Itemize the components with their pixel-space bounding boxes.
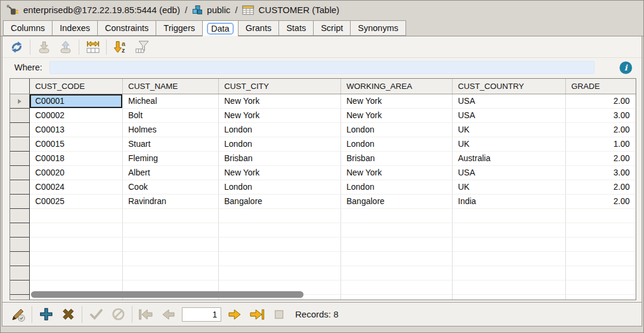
record-indicator-button[interactable] [271, 306, 287, 323]
cell-cust_city[interactable]: New York [219, 166, 341, 180]
tab-triggers[interactable]: Triggers [156, 20, 202, 36]
edit-mode-button[interactable] [10, 306, 26, 323]
row-selector[interactable] [10, 166, 30, 180]
row-selector[interactable] [10, 238, 30, 252]
row-selector[interactable] [10, 152, 30, 166]
cell-cust_code[interactable]: C00001 [30, 94, 123, 109]
cell-grade[interactable]: 1.00 [566, 137, 636, 152]
cell-grade[interactable]: 3.00 [566, 166, 636, 180]
cell-cust_country[interactable]: USA [453, 109, 566, 123]
row-selector[interactable] [10, 137, 30, 152]
filter-button[interactable] [134, 39, 150, 55]
row-selector[interactable] [10, 223, 30, 238]
row-selector[interactable] [10, 266, 30, 280]
cell-cust_code[interactable]: C00015 [30, 137, 123, 152]
horizontal-scrollbar-thumb[interactable] [31, 291, 304, 298]
cell-cust_city[interactable]: Bangalore [219, 195, 341, 209]
cell-grade[interactable]: 2.00 [566, 152, 636, 166]
record-number-input[interactable] [182, 307, 221, 322]
cell-cust_city[interactable]: New York [219, 109, 341, 123]
cell-cust_code[interactable]: C00024 [30, 180, 123, 195]
sort-button[interactable]: a z [112, 39, 128, 55]
commit-button[interactable] [88, 306, 104, 323]
cell-cust_name[interactable]: Bolt [123, 109, 219, 123]
cell-cust_city[interactable]: New York [219, 94, 341, 109]
cell-cust_name[interactable]: Holmes [123, 123, 219, 137]
cell-cust_country[interactable]: India [453, 195, 566, 209]
cell-working_area[interactable]: New York [341, 109, 453, 123]
last-record-button[interactable] [249, 306, 265, 323]
cell-cust_code[interactable]: C00020 [30, 166, 123, 180]
tab-data[interactable]: Data [202, 20, 238, 36]
cell-grade[interactable]: 2.00 [566, 195, 636, 209]
cell-cust_country[interactable]: USA [453, 166, 566, 180]
tab-synonyms[interactable]: Synonyms [350, 20, 406, 36]
cell-working_area[interactable]: London [341, 123, 453, 137]
cell-grade[interactable]: 2.00 [566, 94, 636, 109]
cell-cust_country[interactable]: USA [453, 94, 566, 109]
row-selector[interactable] [10, 123, 30, 137]
cell-cust_country[interactable]: Australia [453, 152, 566, 166]
cell-working_area[interactable]: Bangalore [341, 195, 453, 209]
row-selector[interactable] [10, 252, 30, 266]
cell-cust_name[interactable]: Fleming [123, 152, 219, 166]
cell-cust_name[interactable]: Stuart [123, 137, 219, 152]
cell-grade[interactable]: 3.00 [566, 109, 636, 123]
column-header-cust_code[interactable]: CUST_CODE [30, 79, 123, 94]
column-header-cust_country[interactable]: CUST_COUNTRY [453, 79, 566, 94]
cell-cust_name[interactable]: Micheal [123, 94, 219, 109]
cell-cust_country[interactable]: UK [453, 180, 566, 195]
cell-cust_city[interactable]: London [219, 123, 341, 137]
cell-working_area[interactable]: London [341, 137, 453, 152]
cell-cust_name[interactable]: Ravindran [123, 195, 219, 209]
row-selector[interactable] [10, 295, 30, 300]
connection-icon [6, 4, 19, 16]
select-all-corner[interactable] [10, 79, 30, 94]
next-record-button[interactable] [227, 306, 243, 323]
delete-record-button[interactable] [60, 306, 76, 323]
previous-record-button[interactable] [160, 306, 177, 323]
cell-cust_code[interactable]: C00002 [30, 109, 123, 123]
cell-cust_name[interactable]: Cook [123, 180, 219, 195]
row-selector[interactable] [10, 94, 30, 109]
cell-cust_country[interactable]: UK [453, 137, 566, 152]
cell-cust_city[interactable]: London [219, 180, 341, 195]
cell-working_area[interactable]: Brisban [341, 152, 453, 166]
tab-script[interactable]: Script [313, 20, 350, 36]
cell-cust_city[interactable]: Brisban [219, 152, 341, 166]
row-selector[interactable] [10, 109, 30, 123]
column-header-cust_city[interactable]: CUST_CITY [219, 79, 341, 94]
export-button[interactable] [57, 39, 73, 55]
refresh-button[interactable] [8, 39, 24, 55]
tab-columns[interactable]: Columns [3, 20, 52, 36]
row-selector[interactable] [10, 195, 30, 209]
info-icon[interactable]: i [620, 61, 632, 74]
cell-cust_code[interactable]: C00025 [30, 195, 123, 209]
import-button[interactable] [36, 39, 52, 55]
cell-working_area[interactable]: New York [341, 94, 453, 109]
cell-cust_code[interactable]: C00018 [30, 152, 123, 166]
cell-cust_city[interactable]: London [219, 137, 341, 152]
column-header-grade[interactable]: GRADE [566, 79, 636, 94]
cell-working_area[interactable]: New York [341, 166, 453, 180]
first-record-button[interactable] [138, 306, 154, 323]
row-selector[interactable] [10, 280, 30, 295]
tab-indexes[interactable]: Indexes [52, 20, 97, 36]
tab-constraints[interactable]: Constraints [97, 20, 156, 36]
cell-cust_code[interactable]: C00013 [30, 123, 123, 137]
cell-grade[interactable]: 2.00 [566, 123, 636, 137]
column-header-cust_name[interactable]: CUST_NAME [123, 79, 219, 94]
cell-cust_country[interactable]: UK [453, 123, 566, 137]
tab-grants[interactable]: Grants [238, 20, 279, 36]
row-selector[interactable] [10, 209, 30, 223]
cell-grade[interactable]: 2.00 [566, 180, 636, 195]
add-record-button[interactable] [38, 306, 54, 323]
fit-columns-button[interactable] [85, 39, 101, 55]
column-header-working_area[interactable]: WORKING_AREA [341, 79, 453, 94]
tab-stats[interactable]: Stats [278, 20, 313, 36]
cell-working_area[interactable]: London [341, 180, 453, 195]
cell-cust_name[interactable]: Albert [123, 166, 219, 180]
row-selector[interactable] [10, 180, 30, 195]
cancel-button[interactable] [110, 306, 126, 323]
where-input[interactable] [49, 61, 595, 74]
